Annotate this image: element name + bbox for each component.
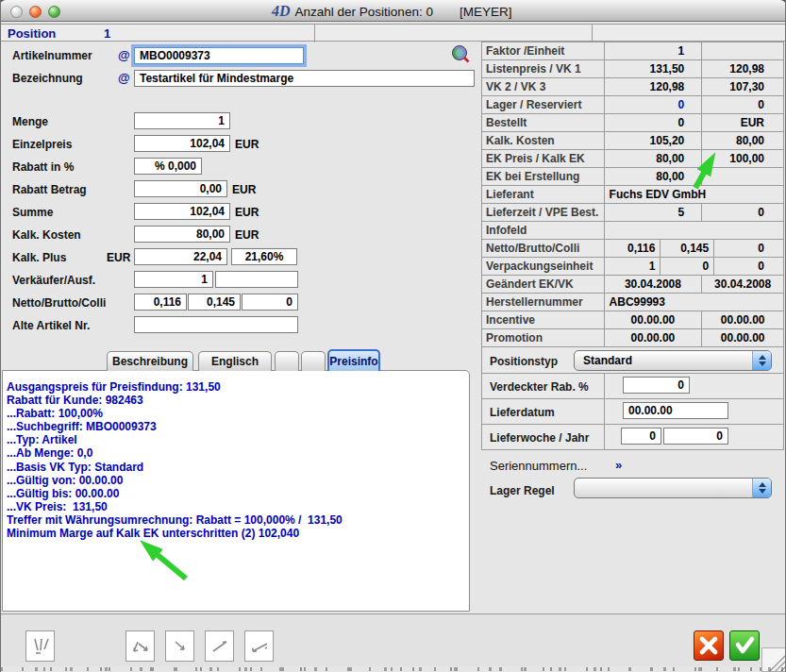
tab-empty-1[interactable]: [275, 351, 299, 371]
info-row-label: Promotion: [482, 329, 604, 346]
position-bar: Position 1: [0, 24, 786, 42]
zoom-window-button[interactable]: [48, 6, 60, 18]
info-cell: 1: [604, 42, 702, 59]
positionstyp-value: Standard: [583, 354, 632, 367]
seriennummern-chevron[interactable]: »: [615, 458, 622, 472]
einzelpreis-unit: EUR: [235, 138, 259, 151]
info-cell: Fuchs EDV GmbH: [604, 186, 783, 203]
tool-button-arrow-downleft[interactable]: [244, 630, 274, 662]
info-row-label: VK 2 / VK 3: [482, 78, 604, 95]
preisinfo-line: ...Typ: Artikel: [7, 433, 469, 446]
close-window-button[interactable]: [10, 6, 23, 18]
tool-button-strokes[interactable]: [25, 630, 55, 662]
arrow-downleft-icon: [248, 635, 271, 658]
minimize-window-button[interactable]: [29, 6, 42, 18]
info-cell: 00.00.00: [604, 311, 702, 328]
kalk-plus-percent-field[interactable]: 21,60%: [231, 248, 297, 265]
window-title: Anzahl der Positionen: 0: [295, 5, 433, 19]
info-cell: 107,30: [701, 78, 783, 95]
bezeichnung-field[interactable]: Testartikel für Mindestmarge: [134, 70, 475, 87]
info-cell: 00.00.00: [701, 329, 783, 346]
info-cell: [701, 168, 783, 185]
tab-preisinfo[interactable]: Preisinfo: [327, 349, 380, 371]
rabatt-prozent-field[interactable]: % 0,000: [134, 158, 202, 175]
einzelpreis-field[interactable]: 102,04: [134, 135, 230, 152]
netto-field[interactable]: 0,116: [134, 294, 187, 311]
positionstyp-popup[interactable]: Standard: [574, 350, 772, 371]
info-row: Geändert EK/VK30.04.200830.04.2008: [481, 276, 784, 294]
summe-field[interactable]: 102,04: [134, 203, 230, 220]
info-cell: 80,00: [604, 168, 702, 185]
info-cell: 0: [713, 240, 783, 257]
info-row-label: Kalk. Kosten: [482, 132, 604, 149]
tab-englisch[interactable]: Englisch: [198, 351, 272, 371]
bezeichnung-label: Bezeichnung: [12, 72, 83, 85]
position-label: Position: [8, 26, 56, 41]
artikelnummer-field[interactable]: MBO0009373: [134, 47, 304, 64]
info-cell: EUR: [701, 114, 783, 131]
bottom-screen-fragments: [0, 667, 786, 671]
alte-artikel-nr-field[interactable]: [134, 316, 298, 333]
article-info-table: Faktor /Einheit1Listenpreis / VK 1131,50…: [481, 42, 784, 347]
preisinfo-line: ...Ab Menge: 0,0: [7, 446, 469, 460]
info-row: Netto/Brutto/Colli0,1160,1450: [481, 240, 784, 258]
brutto-field[interactable]: 0,145: [188, 294, 241, 311]
lieferjahr-field[interactable]: 0: [663, 428, 728, 445]
bezeichnung-wildcard: @: [118, 71, 130, 85]
preisinfo-line: ...Basis VK Typ: Standard: [7, 461, 469, 474]
info-cell: 120,98: [604, 78, 702, 95]
article-search-icon[interactable]: [451, 44, 470, 63]
info-cell: 0,116: [604, 240, 661, 257]
menge-field[interactable]: 1: [134, 112, 230, 129]
tool-button-arrow-downright[interactable]: [165, 630, 194, 662]
preisinfo-line: Minimum Marge auf Kalk EK unterschritten…: [7, 527, 469, 540]
arrow-downright-icon: [169, 635, 192, 658]
preisinfo-line: Ausgangspreis für Preisfindung: 131,50: [7, 380, 469, 394]
rabatt-betrag-unit: EUR: [232, 183, 256, 196]
info-cell: 1: [604, 258, 661, 275]
lieferdatum-field[interactable]: 00.00.00: [623, 402, 728, 419]
ok-button[interactable]: [729, 630, 760, 661]
info-row: Lager / Reserviert00: [481, 96, 784, 114]
preisinfo-line: Rabatt für Kunde: 982463: [7, 394, 469, 407]
verdeckter-rabatt-field[interactable]: 0: [623, 377, 690, 394]
info-cell: ABC99993: [604, 294, 783, 311]
info-row-label: Lieferant: [482, 186, 604, 203]
rabatt-betrag-field[interactable]: 0,00: [134, 180, 227, 197]
lager-regel-popup[interactable]: [574, 478, 772, 498]
summe-unit: EUR: [235, 206, 259, 219]
tool-button-line-upright[interactable]: [205, 630, 234, 662]
info-row-label: EK bei Erstellung: [482, 168, 604, 185]
colli-field[interactable]: 0: [242, 294, 298, 311]
tab-empty-2[interactable]: [301, 351, 326, 371]
cancel-button[interactable]: [694, 630, 724, 661]
preisinfo-line: ...Rabatt: 100,00%: [7, 407, 469, 420]
info-row-label: Netto/Brutto/Colli: [482, 240, 604, 257]
positionstyp-popup-arrows-icon: [752, 351, 771, 370]
verkaeufer-label: Verkäufer/Ausf.: [12, 274, 95, 287]
4d-logo-icon: 4D: [272, 3, 291, 20]
tab-beschreibung[interactable]: Beschreibung: [107, 351, 193, 371]
line-upright-icon: [209, 635, 231, 658]
seriennummern-link[interactable]: Seriennummern...: [490, 459, 587, 473]
info-row: Listenpreis / VK 1131,50120,98: [481, 60, 784, 78]
kalk-kosten-field[interactable]: 80,00: [134, 226, 230, 243]
arrows-down-icon: [129, 635, 152, 658]
kalk-plus-field[interactable]: 22,04: [134, 248, 227, 265]
info-row: Incentive00.00.0000.00.00: [481, 311, 784, 329]
kalk-plus-unit: EUR: [107, 251, 130, 264]
verdeckter-rabatt-label: Verdeckter Rab. %: [490, 380, 589, 394]
preisinfo-line: ...Suchbegriff: MBO0009373: [7, 420, 469, 433]
lager-regel-popup-arrows-icon: [752, 479, 771, 497]
title-bar: 4D Anzahl der Positionen: 0 [MEYER]: [0, 0, 786, 22]
info-cell: 5: [604, 204, 702, 221]
info-row-label: Geändert EK/VK: [482, 276, 604, 293]
info-row-label: Lager / Reserviert: [482, 96, 604, 113]
info-row-label: EK Preis / Kalk EK: [482, 150, 604, 167]
tool-button-arrow-down-both[interactable]: [125, 630, 155, 662]
ausfuehrung-field[interactable]: [215, 271, 298, 288]
info-row: Infofeld: [481, 222, 784, 240]
info-cell: 105,20: [604, 132, 702, 149]
verkaeufer-field[interactable]: 1: [134, 271, 213, 288]
lieferwoche-field[interactable]: 0: [621, 428, 661, 445]
